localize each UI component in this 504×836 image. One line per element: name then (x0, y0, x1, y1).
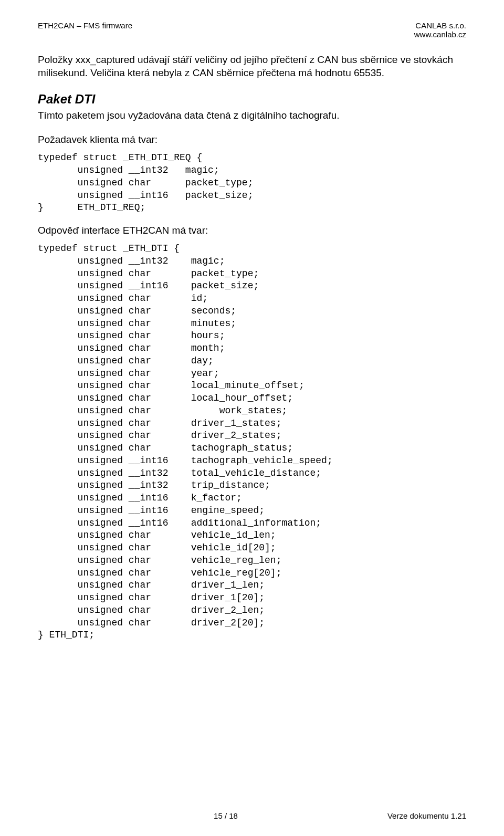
section-sub-dti: Tímto paketem jsou vyžadována data čtená… (38, 110, 466, 121)
page: ETH2CAN – FMS firmware CANLAB s.r.o. www… (0, 0, 504, 836)
footer-left (38, 811, 117, 820)
footer-center: 15 / 18 (117, 811, 335, 820)
intro-paragraph: Položky xxx_captured udávají stáří velič… (38, 54, 466, 79)
response-label: Odpověď interface ETH2CAN má tvar: (38, 225, 466, 236)
code-block-request: typedef struct _ETH_DTI_REQ { unsigned _… (38, 152, 466, 214)
header-left: ETH2CAN – FMS firmware (38, 21, 132, 39)
footer-right: Verze dokumentu 1.21 (335, 811, 466, 820)
page-header: ETH2CAN – FMS firmware CANLAB s.r.o. www… (38, 21, 466, 39)
page-footer: 15 / 18 Verze dokumentu 1.21 (38, 811, 466, 820)
request-label: Požadavek klienta má tvar: (38, 134, 466, 145)
header-right: CANLAB s.r.o. www.canlab.cz (414, 21, 466, 39)
header-company: CANLAB s.r.o. (414, 21, 466, 30)
section-heading-dti: Paket DTI (38, 92, 466, 107)
code-block-response: typedef struct _ETH_DTI { unsigned __int… (38, 243, 466, 642)
header-url: www.canlab.cz (414, 30, 466, 39)
